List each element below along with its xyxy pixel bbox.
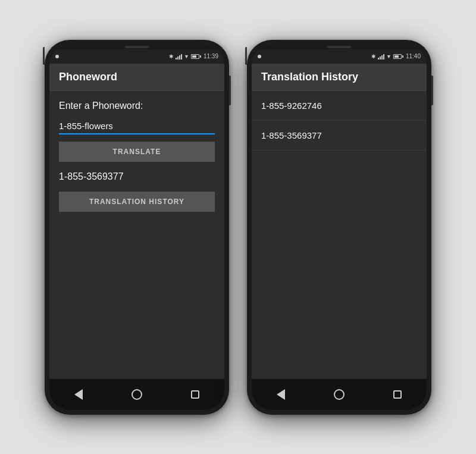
translated-number: 1-855-3569377 — [59, 169, 215, 184]
phone-2-app-title: Translation History — [261, 71, 358, 83]
phone-2-status-dot — [258, 55, 261, 58]
phone-2-status-icons: ✱ ▼ — [371, 54, 403, 60]
phone-2-wifi-icon: ▼ — [386, 54, 392, 60]
phone-1: ✱ ▼ — [45, 40, 229, 415]
history-list: 1-855-9262746 1-855-3569377 — [252, 91, 427, 379]
history-item-2[interactable]: 1-855-3569377 — [252, 121, 427, 151]
phone-1-toolbar: Phoneword — [49, 64, 224, 91]
phone-1-app-content: Phoneword Enter a Phoneword: TRANSLATE 1… — [49, 64, 224, 379]
phone-2-recent-icon — [393, 390, 402, 399]
phone-1-status-left — [55, 55, 59, 58]
phone-1-status-icons: ✱ ▼ — [169, 54, 201, 60]
phone-1-status-dot — [55, 55, 59, 58]
back-icon — [74, 389, 83, 400]
phone-2-home-button[interactable] — [331, 386, 347, 403]
phone-1-status-right: ✱ ▼ — [169, 53, 218, 60]
phone-2-speaker — [327, 46, 351, 48]
phone-1-notch — [49, 45, 224, 49]
phone-1-status-bar: ✱ ▼ — [49, 49, 224, 64]
home-icon — [131, 389, 142, 400]
phone-1-app-body: Enter a Phoneword: TRANSLATE 1-855-35693… — [49, 91, 224, 379]
phone-2-bluetooth-icon: ✱ — [371, 54, 376, 60]
phone-2-toolbar: Translation History — [252, 64, 427, 91]
phone-2-nav — [252, 379, 427, 410]
phone-2-recent-button[interactable] — [389, 386, 406, 403]
bluetooth-icon: ✱ — [169, 54, 174, 60]
recent-button[interactable] — [187, 386, 203, 403]
wifi-icon: ▼ — [184, 54, 189, 60]
phones-container: ✱ ▼ — [45, 40, 431, 415]
phoneword-input[interactable] — [59, 118, 215, 134]
history-item-1[interactable]: 1-855-9262746 — [252, 91, 427, 121]
phone-2-time: 11:40 — [406, 53, 421, 60]
phone-2-status-left — [258, 55, 261, 58]
phone-2: ✱ ▼ — [247, 40, 431, 415]
phone-1-time: 11:39 — [203, 53, 218, 60]
phone-1-speaker — [125, 46, 149, 48]
phone-1-nav — [49, 379, 224, 410]
home-button[interactable] — [129, 386, 145, 403]
phone-2-home-icon — [334, 389, 345, 400]
phone-1-app-title: Phoneword — [59, 71, 117, 83]
phone-2-signal-bars-icon — [378, 54, 384, 60]
enter-label: Enter a Phoneword: — [59, 101, 215, 111]
battery-icon — [191, 54, 201, 59]
phone-2-battery-icon — [393, 54, 403, 59]
back-button[interactable] — [70, 386, 87, 403]
translate-button[interactable]: TRANSLATE — [59, 142, 215, 162]
phone-2-status-bar: ✱ ▼ — [252, 49, 427, 64]
phone-2-app-content: Translation History 1-855-9262746 1-855-… — [252, 64, 427, 379]
translation-history-button[interactable]: TRANSLATION HISTORY — [59, 192, 215, 212]
phone-2-back-icon — [277, 389, 285, 400]
recent-icon — [191, 390, 199, 399]
phone-2-status-right: ✱ ▼ — [371, 53, 421, 60]
phone-2-back-button[interactable] — [273, 386, 289, 403]
phone-2-notch — [252, 45, 427, 49]
signal-bars-icon — [176, 54, 182, 60]
